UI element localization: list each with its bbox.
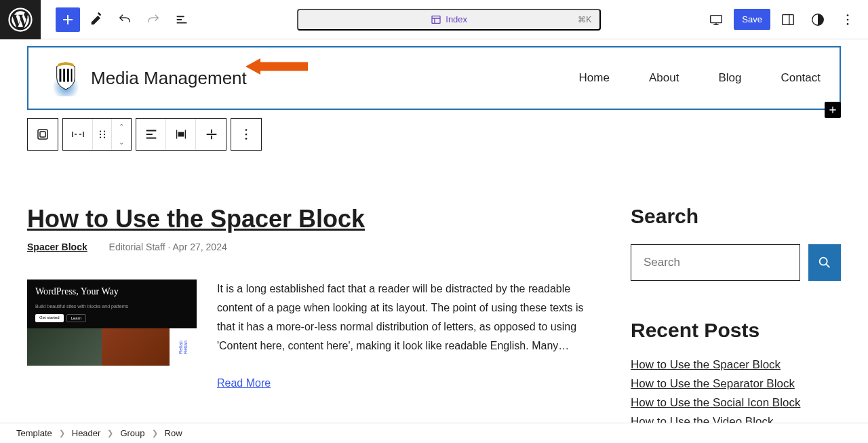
svg-point-22 — [245, 134, 248, 136]
wordpress-icon — [8, 7, 33, 32]
search-button[interactable] — [808, 244, 841, 281]
recent-post-link[interactable]: How to Use the Video Block — [631, 415, 841, 423]
site-logo[interactable] — [47, 60, 84, 96]
sidebar: Search Recent Posts How to Use the Space… — [631, 205, 841, 423]
search-input[interactable] — [631, 244, 800, 281]
vertical-align-icon — [174, 127, 189, 142]
tools-button[interactable] — [84, 7, 108, 32]
wordpress-logo-button[interactable] — [0, 0, 41, 39]
svg-point-5 — [847, 14, 849, 16]
list-view-icon — [174, 12, 189, 27]
block-toolbar: ⌃ ⌄ — [27, 118, 868, 151]
site-identity: Media Management — [47, 60, 247, 96]
svg-rect-8 — [60, 69, 62, 82]
block-movers: ⌃ ⌄ — [112, 119, 131, 150]
svg-rect-12 — [38, 130, 47, 139]
move-up-button[interactable]: ⌃ — [112, 119, 131, 134]
svg-point-16 — [100, 136, 101, 138]
width-button[interactable] — [196, 119, 226, 150]
styles-button[interactable] — [806, 7, 830, 32]
nav-item-home[interactable]: Home — [579, 71, 610, 85]
edit-icon — [89, 12, 104, 27]
search-icon — [817, 255, 832, 270]
site-header-block[interactable]: Media Management Home About Blog Contact — [27, 46, 841, 110]
block-type-button[interactable] — [63, 119, 93, 150]
svg-point-15 — [100, 134, 101, 135]
site-navigation: Home About Blog Contact — [579, 71, 821, 85]
svg-point-19 — [104, 136, 105, 138]
block-appender[interactable] — [825, 102, 841, 118]
desktop-icon — [709, 12, 724, 27]
crest-icon — [53, 61, 79, 91]
svg-point-24 — [820, 258, 827, 265]
sidebar-icon — [781, 12, 795, 27]
toolbar-right: Save — [704, 7, 860, 32]
plus-icon — [60, 12, 76, 28]
nav-item-contact[interactable]: Contact — [781, 71, 821, 85]
content-area: How to Use the Spacer Block Spacer Block… — [0, 151, 868, 423]
shortcut-hint: ⌘K — [578, 15, 591, 24]
block-inserter-button[interactable] — [56, 7, 80, 32]
recent-posts-heading: Recent Posts — [631, 319, 841, 342]
nav-item-about[interactable]: About — [649, 71, 679, 85]
plus-icon — [827, 104, 838, 115]
move-down-button[interactable]: ⌄ — [112, 134, 131, 150]
parent-block-button[interactable] — [28, 119, 58, 150]
recent-post-link[interactable]: How to Use the Social Icon Block — [631, 396, 841, 410]
svg-point-23 — [245, 138, 248, 140]
svg-point-18 — [104, 134, 105, 135]
post-meta: Spacer Block Editorial Staff · Apr 27, 2… — [27, 242, 597, 252]
recent-post-link[interactable]: How to Use the Separator Block — [631, 377, 841, 391]
recent-post-link[interactable]: How to Use the Spacer Block — [631, 358, 841, 372]
drag-icon — [96, 128, 108, 140]
redo-button[interactable] — [141, 7, 165, 32]
drag-handle[interactable] — [93, 119, 112, 150]
group-icon — [35, 126, 51, 142]
post-content: How to Use the Spacer Block Spacer Block… — [27, 205, 597, 423]
justify-left-icon — [144, 127, 159, 142]
svg-rect-20 — [178, 132, 183, 136]
svg-point-6 — [847, 18, 849, 20]
post-body: WordPress, Your Way Build beautiful site… — [27, 280, 597, 389]
redo-icon — [146, 12, 161, 27]
svg-point-17 — [104, 130, 105, 132]
settings-sidebar-button[interactable] — [776, 7, 800, 32]
svg-rect-13 — [40, 132, 45, 137]
nav-item-blog[interactable]: Blog — [718, 71, 741, 85]
document-title: Index — [446, 14, 467, 24]
recent-posts-list: How to Use the Spacer Block How to Use t… — [631, 358, 841, 423]
svg-point-7 — [847, 23, 849, 25]
document-switcher[interactable]: Index ⌘K — [297, 9, 601, 31]
post-category[interactable]: Spacer Block — [27, 242, 87, 252]
svg-point-14 — [100, 130, 101, 132]
svg-rect-3 — [783, 14, 794, 24]
svg-rect-10 — [67, 69, 69, 82]
excerpt-column: It is a long established fact that a rea… — [217, 280, 597, 389]
align-button[interactable] — [166, 119, 196, 150]
undo-icon — [117, 12, 132, 27]
post-author: Editorial Staff — [109, 242, 165, 252]
editor-canvas: Media Management Home About Blog Contact — [0, 39, 868, 423]
read-more-link[interactable]: Read More — [217, 377, 597, 389]
toolbar-center: Index ⌘K — [199, 9, 698, 31]
row-icon — [70, 126, 86, 142]
more-vertical-icon — [840, 12, 855, 27]
list-view-button[interactable] — [170, 7, 194, 32]
more-vertical-icon — [239, 127, 254, 142]
post-date: Apr 27, 2024 — [173, 242, 227, 252]
post-excerpt: It is a long established fact that a rea… — [217, 280, 597, 355]
full-width-icon — [204, 127, 219, 142]
save-button[interactable]: Save — [734, 9, 770, 30]
options-button[interactable] — [835, 7, 860, 32]
site-title[interactable]: Media Management — [91, 68, 247, 89]
contrast-icon — [810, 12, 825, 27]
justify-button[interactable] — [136, 119, 166, 150]
toolbar-left — [56, 7, 194, 32]
post-title[interactable]: How to Use the Spacer Block — [27, 205, 597, 233]
layout-icon — [431, 14, 441, 25]
featured-image[interactable]: WordPress, Your Way Build beautiful site… — [27, 280, 197, 366]
search-heading: Search — [631, 205, 841, 228]
block-options-button[interactable] — [231, 119, 261, 150]
undo-button[interactable] — [113, 7, 137, 32]
view-button[interactable] — [704, 7, 728, 32]
